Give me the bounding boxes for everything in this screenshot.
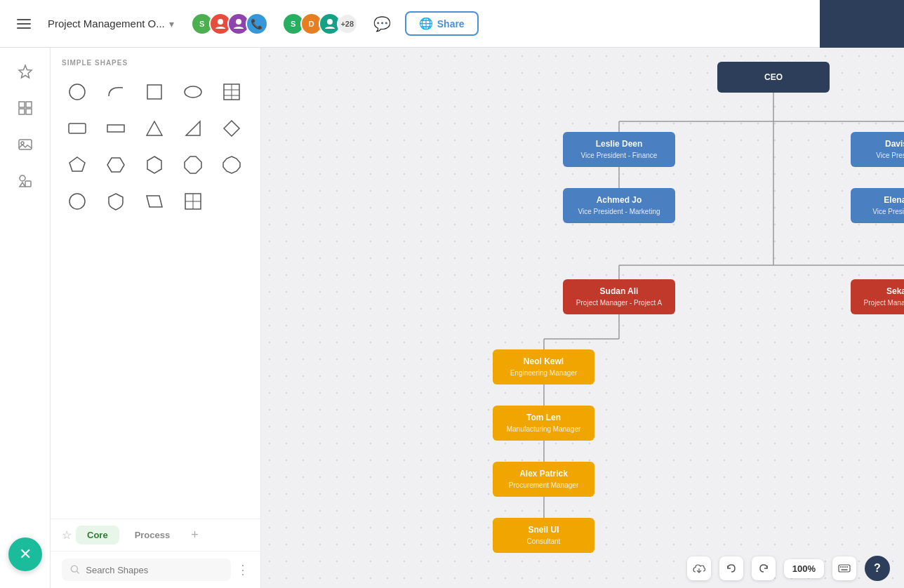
svg-rect-31 bbox=[185, 194, 201, 209]
shape-rect-rounded[interactable] bbox=[62, 113, 93, 144]
menu-button[interactable] bbox=[11, 13, 36, 34]
cloud-icon[interactable] bbox=[687, 556, 711, 580]
header: Project Management O... ▾ S 📞 S D +28 💬 … bbox=[0, 0, 904, 48]
node-tom[interactable]: Tom Len Manufacturing Manager bbox=[493, 406, 594, 441]
tab-process[interactable]: Process bbox=[124, 526, 182, 544]
shape-hexagon-flat[interactable] bbox=[100, 149, 131, 180]
title-area: Project Management O... ▾ bbox=[48, 18, 174, 29]
node-vp-finance[interactable]: Leslie Deen Vice President - Finance bbox=[563, 132, 675, 167]
chevron-down-icon[interactable]: ▾ bbox=[169, 18, 174, 29]
fab-close-button[interactable]: ✕ bbox=[8, 537, 42, 571]
keyboard-icon[interactable] bbox=[832, 556, 856, 580]
shape-right-triangle[interactable] bbox=[178, 113, 208, 144]
shape-hexagon[interactable] bbox=[139, 149, 170, 180]
svg-rect-15 bbox=[224, 84, 239, 100]
shape-diamond[interactable] bbox=[216, 113, 247, 144]
shapes-panel: SIMPLE SHAPES bbox=[51, 48, 261, 588]
sidebar-icon-star[interactable] bbox=[10, 56, 41, 87]
left-sidebar: ✕ bbox=[0, 48, 51, 588]
node-ceo[interactable]: CEO bbox=[717, 62, 830, 93]
svg-rect-19 bbox=[69, 123, 86, 133]
svg-marker-22 bbox=[186, 121, 200, 135]
shape-table[interactable] bbox=[216, 76, 247, 107]
collaborator-avatars: S 📞 bbox=[191, 13, 268, 35]
svg-rect-20 bbox=[107, 125, 124, 132]
svg-marker-24 bbox=[69, 157, 85, 171]
search-input[interactable] bbox=[86, 565, 222, 575]
sidebar-icon-shapes[interactable] bbox=[10, 166, 41, 196]
redo-icon[interactable] bbox=[752, 556, 776, 580]
svg-point-2 bbox=[327, 19, 333, 25]
node-neol[interactable]: Neol Kewl Engineering Manager bbox=[493, 349, 594, 385]
svg-point-29 bbox=[69, 194, 85, 209]
shape-shield[interactable] bbox=[100, 186, 131, 217]
tab-add-button[interactable]: + bbox=[185, 525, 204, 545]
phone-icon[interactable]: 📞 bbox=[246, 13, 268, 35]
collab-count: +28 bbox=[337, 13, 358, 34]
svg-rect-5 bbox=[26, 102, 32, 107]
search-icon bbox=[70, 564, 80, 575]
svg-point-1 bbox=[236, 19, 241, 25]
shape-tabs: ☆ Core Process + bbox=[51, 519, 260, 551]
node-pm-b[interactable]: Sekar Sha Project Manager - Project B bbox=[851, 279, 904, 314]
svg-marker-26 bbox=[147, 156, 161, 173]
svg-marker-23 bbox=[224, 121, 239, 136]
shape-pentagon[interactable] bbox=[62, 149, 93, 180]
connections-layer bbox=[261, 48, 904, 588]
svg-rect-4 bbox=[19, 102, 25, 107]
shape-rect-wide[interactable] bbox=[100, 113, 131, 144]
svg-point-12 bbox=[69, 84, 85, 100]
svg-rect-60 bbox=[839, 565, 850, 572]
more-options-icon[interactable]: ⋮ bbox=[237, 562, 249, 577]
svg-marker-25 bbox=[107, 158, 124, 172]
search-row: ⋮ bbox=[51, 551, 260, 588]
undo-icon[interactable] bbox=[719, 556, 743, 580]
sidebar-icon-grid[interactable] bbox=[10, 93, 41, 123]
globe-icon: 🌐 bbox=[419, 17, 433, 30]
shape-triangle[interactable] bbox=[139, 113, 170, 144]
zoom-level: 100% bbox=[784, 559, 824, 578]
help-button[interactable]: ? bbox=[865, 556, 890, 581]
collab-avatars: S D +28 bbox=[282, 13, 358, 35]
svg-marker-21 bbox=[147, 121, 162, 135]
main-area: ✕ SIMPLE SHAPES bbox=[0, 48, 904, 588]
shape-square[interactable] bbox=[139, 76, 170, 107]
svg-rect-6 bbox=[19, 109, 25, 114]
tab-core[interactable]: Core bbox=[76, 526, 119, 544]
sidebar-icon-image[interactable] bbox=[10, 129, 41, 160]
shape-circle2[interactable] bbox=[62, 186, 93, 217]
shape-parallelogram[interactable] bbox=[139, 186, 170, 217]
shape-decagon[interactable] bbox=[216, 149, 247, 180]
canvas-area[interactable]: CEO Leslie Deen Vice President - Finance… bbox=[261, 48, 904, 588]
svg-marker-3 bbox=[19, 65, 32, 78]
shape-grid[interactable] bbox=[178, 186, 208, 217]
svg-point-14 bbox=[185, 86, 201, 98]
search-input-wrap bbox=[62, 559, 231, 581]
svg-point-10 bbox=[20, 175, 25, 181]
node-vp-hr[interactable]: Davis Sofit Vice President - HR bbox=[851, 132, 904, 167]
svg-rect-11 bbox=[25, 181, 31, 187]
shape-arc[interactable] bbox=[100, 76, 131, 107]
svg-rect-7 bbox=[26, 109, 32, 114]
document-title[interactable]: Project Management O... bbox=[48, 18, 165, 29]
node-alex[interactable]: Alex Patrick Procurement Manager bbox=[493, 462, 594, 497]
node-vp-marketing[interactable]: Achmed Jo Vice President - Marketing bbox=[563, 188, 675, 223]
node-pm-a[interactable]: Sudan Ali Project Manager - Project A bbox=[563, 279, 675, 314]
bottom-toolbar: 100% ? bbox=[261, 549, 904, 588]
svg-marker-27 bbox=[185, 156, 201, 173]
svg-rect-13 bbox=[147, 85, 161, 99]
shape-ellipse[interactable] bbox=[178, 76, 208, 107]
header-dark-accent bbox=[820, 0, 904, 48]
shapes-grid bbox=[62, 76, 249, 217]
tab-star-icon[interactable]: ☆ bbox=[62, 528, 72, 542]
share-button[interactable]: 🌐 Share bbox=[405, 11, 479, 36]
svg-marker-30 bbox=[147, 196, 162, 207]
shape-circle[interactable] bbox=[62, 76, 93, 107]
chat-icon[interactable]: 💬 bbox=[373, 15, 391, 32]
node-sneil[interactable]: Sneil UI Consultant bbox=[493, 518, 594, 553]
node-vp-legal[interactable]: Elena Prem Vice President - Legal bbox=[851, 188, 904, 223]
shapes-section-title: SIMPLE SHAPES bbox=[62, 59, 249, 67]
svg-point-0 bbox=[218, 19, 223, 25]
svg-marker-28 bbox=[223, 156, 240, 173]
shape-octagon[interactable] bbox=[178, 149, 208, 180]
